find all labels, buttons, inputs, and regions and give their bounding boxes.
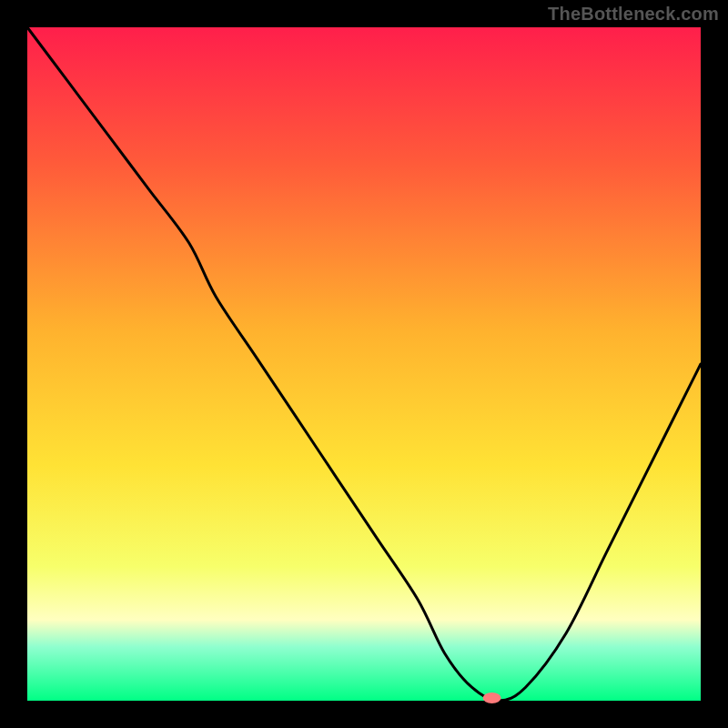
chart-gradient-bg	[27, 27, 701, 701]
optimal-marker	[483, 693, 501, 703]
chart-stage: TheBottleneck.com	[0, 0, 728, 728]
bottleneck-chart	[0, 0, 728, 728]
watermark-label: TheBottleneck.com	[548, 4, 719, 25]
